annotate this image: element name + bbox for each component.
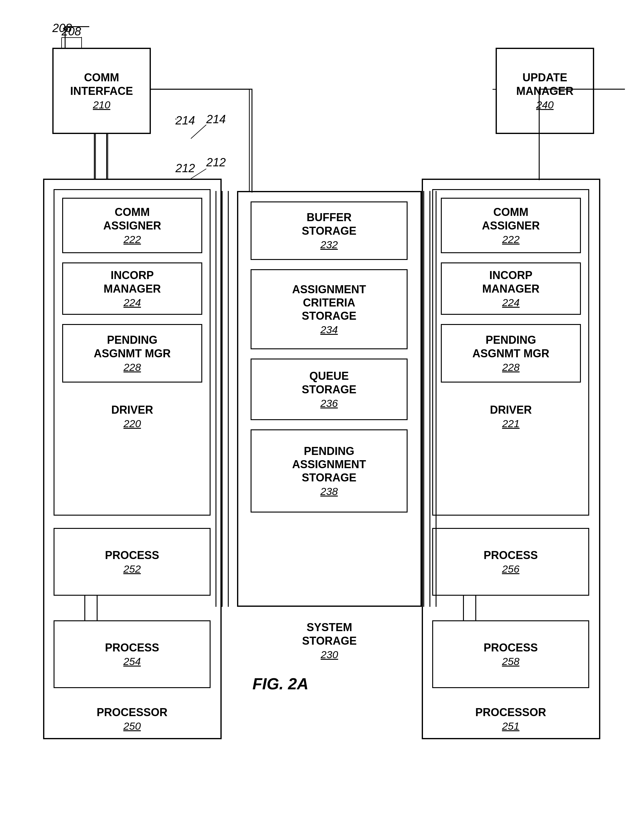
label-214: 214 (175, 114, 195, 127)
pending-assignment-number: 238 (320, 486, 338, 497)
left-process-254-box: PROCESS 254 (54, 620, 210, 688)
left-processor-container: COMM ASSIGNER 222 INCORP MANAGER 224 PEN… (43, 178, 222, 739)
right-process-256-title: PROCESS (484, 549, 538, 562)
system-storage-title: SYSTEM STORAGE (302, 621, 356, 647)
left-processor: PROCESSOR 250 (54, 703, 210, 734)
left-incorp-manager-box: INCORP MANAGER 224 (62, 263, 202, 315)
system-storage-number: 230 (321, 649, 338, 661)
update-manager-title: UPDATE MANAGER (516, 71, 573, 97)
left-processor-title: PROCESSOR (97, 706, 167, 719)
buffer-storage-number: 232 (320, 239, 338, 251)
system-storage: SYSTEM STORAGE 230 (237, 622, 422, 659)
right-processor-container: COMM ASSIGNER 222 INCORP MANAGER 224 PEN… (422, 178, 600, 739)
left-comm-assigner-number: 222 (123, 234, 141, 246)
right-process-258-title: PROCESS (484, 641, 538, 654)
diagram: 208 214 212 208 COMM INTERFACE 210 (25, 18, 619, 801)
right-process-258-box: PROCESS 258 (432, 620, 589, 688)
right-pending-asgnmt-box: PENDING ASGNMT MGR 228 (441, 324, 581, 383)
left-incorp-manager-title: INCORP MANAGER (104, 269, 161, 295)
comm-interface-box: COMM INTERFACE 210 (52, 48, 151, 134)
left-process-252-number: 252 (123, 563, 141, 575)
assignment-criteria-title: ASSIGNMENT CRITERIA STORAGE (292, 283, 366, 323)
right-comm-assigner-number: 222 (502, 234, 520, 246)
left-pending-asgnmt-title: PENDING ASGNMT MGR (94, 333, 171, 360)
left-driver: DRIVER 220 (62, 393, 202, 440)
left-pending-asgnmt-number: 228 (123, 361, 141, 373)
right-processor-number: 251 (502, 720, 520, 732)
right-processor-title: PROCESSOR (475, 706, 546, 719)
assignment-criteria-number: 234 (320, 324, 338, 336)
right-incorp-manager-number: 224 (502, 297, 520, 309)
right-process-258-number: 258 (502, 655, 520, 667)
queue-storage-number: 236 (320, 397, 338, 409)
right-comm-assigner-box: COMM ASSIGNER 222 (441, 198, 581, 253)
queue-storage-title: QUEUE STORAGE (302, 369, 356, 396)
left-pending-asgnmt-box: PENDING ASGNMT MGR 228 (62, 324, 202, 383)
right-driver-number: 221 (502, 418, 520, 430)
right-processor: PROCESSOR 251 (432, 703, 589, 734)
right-pending-asgnmt-title: PENDING ASGNMT MGR (472, 333, 549, 360)
right-process-256-box: PROCESS 256 (432, 528, 589, 596)
right-comm-assigner-title: COMM ASSIGNER (482, 205, 540, 232)
right-incorp-manager-title: INCORP MANAGER (482, 269, 540, 295)
buffer-storage-title: BUFFER STORAGE (302, 211, 356, 237)
right-driver: DRIVER 221 (441, 393, 581, 440)
left-process-252-box: PROCESS 252 (54, 528, 210, 596)
label-208: 208 (52, 22, 72, 35)
center-storage-container: BUFFER STORAGE 232 ASSIGNMENT CRITERIA S… (237, 191, 422, 607)
left-inner-container: COMM ASSIGNER 222 INCORP MANAGER 224 PEN… (54, 189, 210, 516)
right-pending-asgnmt-number: 228 (502, 361, 520, 373)
label-212: 212 (175, 162, 195, 175)
right-incorp-manager-box: INCORP MANAGER 224 (441, 263, 581, 315)
left-incorp-manager-number: 224 (123, 297, 141, 309)
left-processor-number: 250 (123, 720, 141, 732)
left-process-254-number: 254 (123, 655, 141, 667)
assignment-criteria-box: ASSIGNMENT CRITERIA STORAGE 234 (251, 269, 408, 349)
comm-interface-number: 210 (93, 99, 110, 111)
queue-storage-box: QUEUE STORAGE 236 (251, 358, 408, 420)
svg-text:214: 214 (206, 113, 225, 126)
left-driver-title: DRIVER (111, 403, 153, 417)
figure-label: FIG. 2A (252, 675, 308, 693)
pending-assignment-title: PENDING ASSIGNMENT STORAGE (292, 444, 366, 484)
left-comm-assigner-title: COMM ASSIGNER (103, 205, 161, 232)
buffer-storage-box: BUFFER STORAGE 232 (251, 201, 408, 260)
right-process-256-number: 256 (502, 563, 520, 575)
left-driver-number: 220 (123, 418, 141, 430)
comm-interface-title: COMM INTERFACE (70, 71, 133, 97)
right-driver-title: DRIVER (490, 403, 532, 417)
right-inner-container: COMM ASSIGNER 222 INCORP MANAGER 224 PEN… (432, 189, 589, 516)
pending-assignment-box: PENDING ASSIGNMENT STORAGE 238 (251, 429, 408, 512)
left-comm-assigner-box: COMM ASSIGNER 222 (62, 198, 202, 253)
left-process-254-title: PROCESS (105, 641, 159, 654)
svg-text:212: 212 (206, 156, 225, 169)
left-process-252-title: PROCESS (105, 549, 159, 562)
update-manager-box: UPDATE MANAGER 240 (495, 48, 594, 134)
